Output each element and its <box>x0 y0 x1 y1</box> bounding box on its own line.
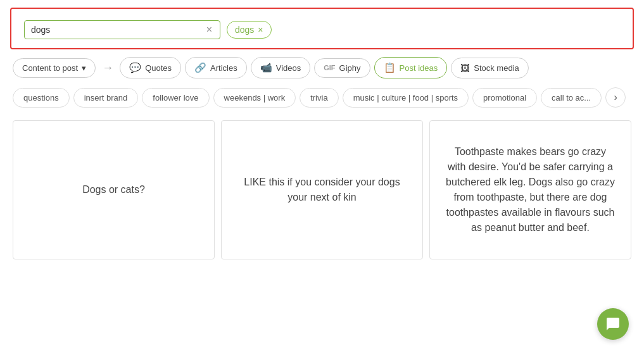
post-ideas-icon: 📋 <box>384 62 396 73</box>
post-ideas-button[interactable]: 📋 Post ideas <box>374 57 448 78</box>
card-text: LIKE this if you consider your dogs your… <box>237 175 407 205</box>
giphy-label: Giphy <box>339 63 361 73</box>
card-text: Dogs or cats? <box>82 182 145 197</box>
quotes-label: Quotes <box>145 63 172 73</box>
category-pill[interactable]: trivia <box>300 88 338 108</box>
category-pill[interactable]: call to ac... <box>541 88 602 108</box>
search-input-wrapper: × <box>24 20 220 39</box>
search-input[interactable] <box>31 25 205 35</box>
giphy-icon: GIF <box>324 64 335 72</box>
quotes-icon: 💬 <box>129 62 141 73</box>
category-pill[interactable]: promotional <box>472 88 537 108</box>
articles-button[interactable]: 🔗 Articles <box>185 57 247 78</box>
toolbar: Content to post ▾ → 💬 Quotes 🔗 Articles … <box>0 57 644 87</box>
category-pill[interactable]: follower love <box>142 88 209 108</box>
chip-close-icon[interactable]: × <box>258 25 263 34</box>
search-tag-chip: dogs × <box>227 21 272 39</box>
category-pill[interactable]: questions <box>13 88 70 108</box>
content-card: Toothpaste makes bears go crazy with des… <box>429 120 631 259</box>
post-ideas-label: Post ideas <box>400 63 438 73</box>
chip-label: dogs <box>235 25 254 35</box>
arrow-separator: → <box>99 61 116 75</box>
articles-icon: 🔗 <box>194 62 206 73</box>
content-card: Dogs or cats? <box>13 120 215 259</box>
videos-label: Videos <box>276 63 301 73</box>
content-to-post-label: Content to post <box>22 63 78 73</box>
content-card: LIKE this if you consider your dogs your… <box>221 120 423 259</box>
category-pill[interactable]: insert brand <box>73 88 139 108</box>
category-pill[interactable]: music | culture | food | sports <box>343 88 469 108</box>
articles-label: Articles <box>210 63 237 73</box>
card-text: Toothpaste makes bears go crazy with des… <box>445 144 616 235</box>
clear-icon[interactable]: × <box>205 25 213 35</box>
search-area: × dogs × <box>10 8 634 49</box>
stock-media-label: Stock media <box>474 63 519 73</box>
videos-icon: 📹 <box>260 62 272 73</box>
stock-media-icon: 🖼 <box>460 63 470 73</box>
quotes-button[interactable]: 💬 Quotes <box>120 57 181 78</box>
dropdown-chevron-icon: ▾ <box>82 63 86 73</box>
category-next-button[interactable]: › <box>605 87 626 108</box>
giphy-button[interactable]: GIF Giphy <box>314 58 370 78</box>
cards-area: Dogs or cats?LIKE this if you consider y… <box>0 120 644 259</box>
category-pill[interactable]: weekends | work <box>213 88 296 108</box>
category-bar: questionsinsert brandfollower loveweeken… <box>0 87 644 118</box>
content-to-post-button[interactable]: Content to post ▾ <box>13 58 96 78</box>
stock-media-button[interactable]: 🖼 Stock media <box>451 58 529 78</box>
videos-button[interactable]: 📹 Videos <box>251 57 311 78</box>
